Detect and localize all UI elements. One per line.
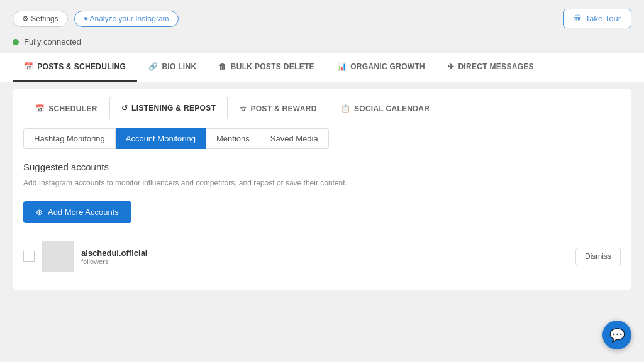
subtab-listening-repost[interactable]: ↺ LISTENING & REPOST <box>109 97 228 119</box>
tab-bulk-delete[interactable]: 🗑 Bulk Posts Delete <box>208 53 325 82</box>
analyze-button[interactable]: ♥ Analyze your Instagram <box>74 11 179 27</box>
add-more-accounts-button[interactable]: ⊕ Add More Accounts <box>23 201 131 223</box>
take-tour-button[interactable]: 🏛 Take Tour <box>563 9 631 28</box>
status-dot <box>13 39 19 45</box>
star-icon: ☆ <box>240 104 247 113</box>
calendar2-icon: 📋 <box>341 104 350 113</box>
top-bar: ⚙ Settings ♥ Analyze your Instagram 🏛 Ta… <box>0 0 644 33</box>
subtab-post-reward[interactable]: ☆ POST & REWARD <box>228 97 329 119</box>
section-title: Suggested accounts <box>23 162 621 172</box>
account-name: aischedul.official <box>81 248 621 258</box>
main-tabs: 📅 POSTS & SCHEDULING 🔗 BIO LINK 🗑 Bulk P… <box>0 53 644 82</box>
account-followers: followers <box>81 258 621 265</box>
settings-button[interactable]: ⚙ Settings <box>13 11 68 27</box>
tab-posts-scheduling[interactable]: 📅 POSTS & SCHEDULING <box>13 53 137 82</box>
content-body: Suggested accounts Add Instagram account… <box>13 149 631 290</box>
innertab-hashtag[interactable]: Hashtag Monitoring <box>23 128 116 149</box>
account-item: aischedul.official followers Dismiss <box>23 236 621 277</box>
chat-bubble[interactable]: 💬 <box>602 321 631 349</box>
inner-tabs: Hashtag Monitoring Account Monitoring Me… <box>13 119 631 149</box>
account-checkbox[interactable] <box>23 251 35 262</box>
flag-icon: 🏛 <box>574 14 582 23</box>
account-info: aischedul.official followers <box>81 248 621 265</box>
tab-bio-link[interactable]: 🔗 BIO LINK <box>137 53 208 82</box>
instagram-icon: ⊕ <box>36 207 43 217</box>
status-bar: Fully connected <box>0 33 644 53</box>
chat-icon: 💬 <box>609 327 625 343</box>
calendar-icon: 📅 <box>24 62 33 71</box>
tab-organic-growth[interactable]: 📊 ORGANIC GROWTH <box>326 53 436 82</box>
link-icon: 🔗 <box>148 62 158 71</box>
innertab-account[interactable]: Account Monitoring <box>116 128 206 149</box>
content-area: 📅 SCHEDULER ↺ LISTENING & REPOST ☆ POST … <box>13 89 631 290</box>
paper-plane-icon: ✈ <box>448 62 454 71</box>
section-desc: Add Instagram accounts to monitor influe… <box>23 177 621 189</box>
dismiss-button[interactable]: Dismiss <box>575 248 621 265</box>
top-bar-left: ⚙ Settings ♥ Analyze your Instagram <box>13 11 179 27</box>
status-text: Fully connected <box>24 37 81 47</box>
scheduler-icon: 📅 <box>35 104 45 113</box>
innertab-saved-media[interactable]: Saved Media <box>260 128 329 149</box>
tab-direct-messages[interactable]: ✈ DIRECT MESSAGES <box>436 53 545 82</box>
innertab-mentions[interactable]: Mentions <box>206 128 260 149</box>
trash-icon: 🗑 <box>219 62 226 71</box>
sub-tabs: 📅 SCHEDULER ↺ LISTENING & REPOST ☆ POST … <box>13 89 631 119</box>
subtab-social-calendar[interactable]: 📋 SOCIAL CALENDAR <box>329 97 442 119</box>
chart-icon: 📊 <box>337 62 347 71</box>
subtab-scheduler[interactable]: 📅 SCHEDULER <box>23 97 109 119</box>
repost-icon: ↺ <box>121 104 128 112</box>
account-avatar <box>42 241 74 272</box>
